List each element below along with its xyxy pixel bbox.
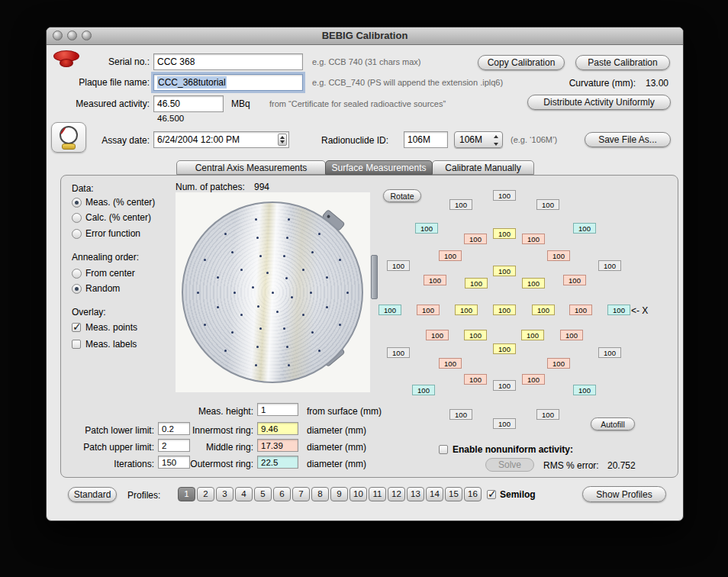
radio-error-function-label: Error function (85, 228, 140, 239)
save-file-as-button[interactable]: Save File As... (585, 132, 671, 147)
overlay-section-title: Overlay: (72, 307, 106, 318)
profile-button-15[interactable]: 15 (445, 487, 462, 501)
profile-button-16[interactable]: 16 (464, 487, 482, 501)
plaque-file-name-label: Plaque file name: (60, 77, 150, 88)
distribute-activity-uniformly-button[interactable]: Distribute Activity Uniformly (527, 95, 671, 110)
patch-value-box[interactable]: 100 (465, 278, 488, 288)
profile-button-8[interactable]: 8 (311, 487, 329, 501)
profile-button-1[interactable]: 1 (178, 487, 195, 501)
profile-button-9[interactable]: 9 (330, 487, 348, 501)
profile-button-13[interactable]: 13 (407, 487, 424, 501)
profile-button-11[interactable]: 11 (369, 487, 386, 501)
profile-button-4[interactable]: 4 (235, 487, 253, 501)
outermost-ring-input[interactable]: 22.5 (257, 456, 298, 469)
profile-button-12[interactable]: 12 (388, 487, 405, 501)
patch-value-box[interactable]: 100 (547, 358, 570, 369)
rms-error-label: RMS % error: (543, 460, 599, 471)
radio-meas-percent-center[interactable] (72, 198, 82, 208)
patch-value-box[interactable]: 100 (449, 199, 472, 210)
profile-button-10[interactable]: 10 (350, 487, 367, 501)
activity-hint: from “Certificate for sealed radioactive… (269, 99, 446, 108)
measured-activity-label: Measured activity: (54, 98, 150, 109)
patch-value-box[interactable]: 100 (536, 409, 559, 420)
patch-value-box[interactable]: 100 (455, 305, 478, 315)
patch-value-box[interactable]: 100 (387, 260, 410, 271)
patch-value-box[interactable]: 100 (464, 330, 487, 340)
copy-calibration-button[interactable]: Copy Calibration (478, 55, 565, 70)
patch-value-box[interactable]: 100 (412, 385, 435, 395)
patch-value-box[interactable]: 100 (560, 330, 583, 340)
patch-value-box[interactable]: 100 (522, 374, 545, 385)
radionuclide-popup-menu[interactable]: 106M (454, 131, 503, 148)
innermost-ring-value: 9.46 (261, 424, 278, 434)
patch-value-box[interactable]: 100 (439, 358, 462, 369)
patch-value-box[interactable]: 100 (598, 347, 621, 358)
radio-calc-percent-center[interactable] (72, 213, 82, 223)
profile-button-7[interactable]: 7 (292, 487, 310, 501)
patch-value-box[interactable]: 100 (532, 305, 555, 315)
checkbox-meas-points[interactable] (72, 323, 81, 332)
tab-calibrate-manually[interactable]: Calibrate Manually (432, 160, 534, 175)
standard-button[interactable]: Standard (68, 487, 117, 502)
assay-date-input[interactable]: 6/24/2004 12:00 PM (153, 131, 289, 148)
profile-button-3[interactable]: 3 (216, 487, 234, 501)
patch-value-box[interactable]: 100 (493, 228, 516, 239)
enable-nonuniform-activity-checkbox[interactable] (439, 445, 448, 454)
radio-from-center[interactable] (72, 269, 82, 279)
patch-value-box[interactable]: 100 (415, 223, 438, 234)
patch-value-box[interactable]: 100 (573, 223, 596, 234)
profile-button-6[interactable]: 6 (273, 487, 291, 501)
outermost-ring-label: Outermost ring: (160, 459, 253, 469)
patch-value-box[interactable]: 100 (536, 199, 559, 210)
middle-ring-input[interactable]: 17.39 (257, 439, 298, 452)
paste-calibration-button[interactable]: Paste Calibration (575, 55, 670, 70)
innermost-ring-input[interactable]: 9.46 (257, 422, 298, 435)
rotate-button[interactable]: Rotate (383, 189, 421, 202)
patch-value-box[interactable]: 100 (522, 278, 545, 288)
measured-activity-input[interactable]: 46.50 (153, 95, 224, 112)
patch-value-box[interactable]: 100 (607, 305, 630, 315)
patch-value-box[interactable]: 100 (417, 305, 440, 315)
patch-value-box[interactable]: 100 (522, 234, 545, 244)
patch-value-box[interactable]: 100 (547, 250, 570, 261)
patch-value-box[interactable]: 100 (598, 260, 621, 271)
patch-value-box[interactable]: 100 (493, 266, 516, 276)
serial-no-input[interactable]: CCC 368 (153, 53, 303, 70)
radionuclide-id-input[interactable]: 106M (404, 131, 448, 148)
tab-surface-measurements[interactable]: Surface Measurements (325, 160, 433, 175)
patch-value-box[interactable]: 100 (424, 275, 446, 285)
assay-date-label: Assay date: (60, 135, 150, 146)
patch-value-box[interactable]: 100 (521, 330, 544, 340)
radio-random[interactable] (72, 284, 82, 294)
patch-value-box[interactable]: 100 (493, 418, 516, 429)
profile-button-14[interactable]: 14 (426, 487, 443, 501)
patch-value-box[interactable]: 100 (464, 374, 487, 385)
show-profiles-button[interactable]: Show Profiles (582, 486, 666, 502)
plaque-file-name-input[interactable]: CCC_368tutorial (153, 74, 303, 91)
patch-value-box[interactable]: 100 (426, 330, 449, 340)
radio-error-function[interactable] (72, 229, 82, 239)
patch-value-box[interactable]: 100 (563, 275, 586, 285)
checkbox-meas-labels[interactable] (72, 340, 81, 349)
patch-value-box[interactable]: 100 (439, 250, 462, 261)
serial-no-label: Serial no.: (60, 56, 150, 67)
autofill-button[interactable]: Autofill (591, 417, 635, 430)
patch-value-box[interactable]: 100 (464, 234, 487, 244)
window-titlebar[interactable]: BEBIG Calibration (47, 27, 683, 45)
patch-value-box[interactable]: 100 (493, 305, 516, 315)
profile-button-2[interactable]: 2 (197, 487, 214, 501)
solve-button[interactable]: Solve (485, 458, 534, 472)
patch-value-box[interactable]: 100 (493, 343, 516, 354)
semilog-checkbox[interactable] (487, 490, 496, 499)
profile-button-5[interactable]: 5 (254, 487, 272, 501)
patch-value-box[interactable]: 100 (378, 305, 401, 315)
patch-value-box[interactable]: 100 (387, 347, 410, 358)
patch-value-box[interactable]: 100 (493, 380, 516, 391)
patch-value-box[interactable]: 100 (573, 385, 596, 395)
patch-value-box[interactable]: 100 (569, 305, 592, 315)
assay-date-stepper[interactable] (278, 134, 287, 146)
meas-height-input[interactable]: 1 (257, 403, 298, 416)
tab-central-axis-measurements[interactable]: Central Axis Measurements (176, 160, 326, 175)
patch-value-box[interactable]: 100 (493, 190, 516, 201)
patch-value-box[interactable]: 100 (449, 409, 472, 420)
